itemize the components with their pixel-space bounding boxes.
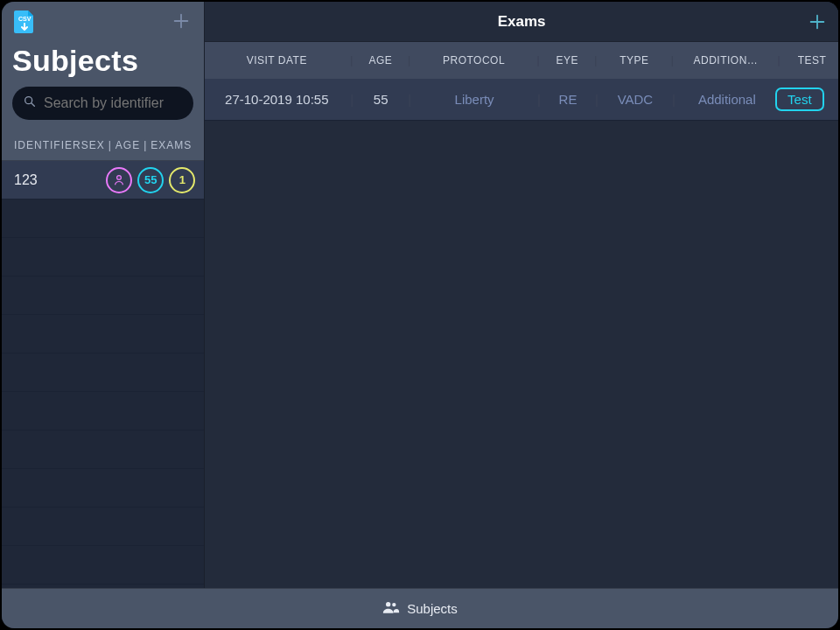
app-window: CSV Subjects IDENTIFIER [2, 2, 838, 628]
subject-list-empty [2, 200, 204, 588]
col-identifier: IDENTIFIER [14, 139, 81, 151]
bottombar-subjects[interactable]: Subjects [2, 588, 838, 628]
cell-protocol[interactable]: Liberty [416, 92, 532, 107]
svg-point-2 [117, 175, 122, 179]
csv-export-icon[interactable]: CSV [12, 9, 37, 35]
search-wrap [2, 87, 204, 130]
add-exam-button[interactable] [805, 10, 830, 34]
content-title: Exams [498, 13, 546, 31]
sidebar: CSV Subjects IDENTIFIER [2, 2, 205, 588]
exam-columns-header: VISIT DATE | AGE | PROTOCOL | EYE | TYPE… [205, 42, 838, 79]
col-exams: EXAMS [150, 139, 192, 151]
svg-point-1 [25, 97, 32, 104]
col-eye: EYE [545, 54, 589, 66]
subject-list-header: IDENTIFIER SEX|AGE|EXAMS [2, 130, 204, 161]
add-subject-button[interactable] [169, 9, 193, 33]
cell-test-wrap: Test [774, 88, 826, 111]
subject-chips: 55 1 [106, 167, 195, 193]
cell-age: 55 [359, 92, 402, 107]
exam-row[interactable]: 27-10-2019 10:55 | 55 | Liberty | RE | V… [205, 79, 838, 121]
sidebar-title: Subjects [2, 35, 204, 87]
content-panel: Exams VISIT DATE | AGE | PROTOCOL | EYE … [205, 2, 838, 588]
cell-type[interactable]: VADC [604, 92, 667, 107]
cell-visit-date: 27-10-2019 10:55 [212, 92, 345, 107]
exams-chip: 1 [169, 167, 195, 193]
col-type: TYPE [603, 54, 666, 66]
cell-eye[interactable]: RE [546, 92, 590, 107]
col-sex: SEX [81, 139, 105, 151]
content-header: Exams [205, 2, 838, 42]
svg-text:CSV: CSV [18, 16, 32, 22]
col-age: AGE [359, 54, 402, 66]
sidebar-topbar: CSV [2, 2, 204, 35]
search-icon [23, 94, 37, 112]
bottombar-label: Subjects [407, 601, 458, 616]
col-age: AGE [116, 139, 140, 151]
svg-point-3 [386, 602, 390, 606]
col-additional: ADDITION… [679, 54, 772, 66]
search-box [12, 87, 193, 120]
subject-row[interactable]: 123 55 1 [2, 161, 204, 200]
col-right-group: SEX|AGE|EXAMS [81, 139, 192, 151]
test-button[interactable]: Test [775, 88, 824, 111]
exam-list-empty [205, 121, 838, 588]
subject-identifier: 123 [14, 172, 38, 188]
main-area: CSV Subjects IDENTIFIER [2, 2, 838, 588]
svg-point-4 [392, 603, 396, 606]
col-test: TEST [786, 54, 838, 66]
age-chip: 55 [137, 167, 164, 193]
cell-additional[interactable]: Additional [681, 92, 774, 107]
col-protocol: PROTOCOL [416, 54, 532, 66]
group-icon [382, 600, 400, 617]
col-visit-date: VISIT DATE [212, 54, 345, 66]
sex-chip [106, 167, 132, 193]
search-input[interactable] [12, 87, 193, 120]
